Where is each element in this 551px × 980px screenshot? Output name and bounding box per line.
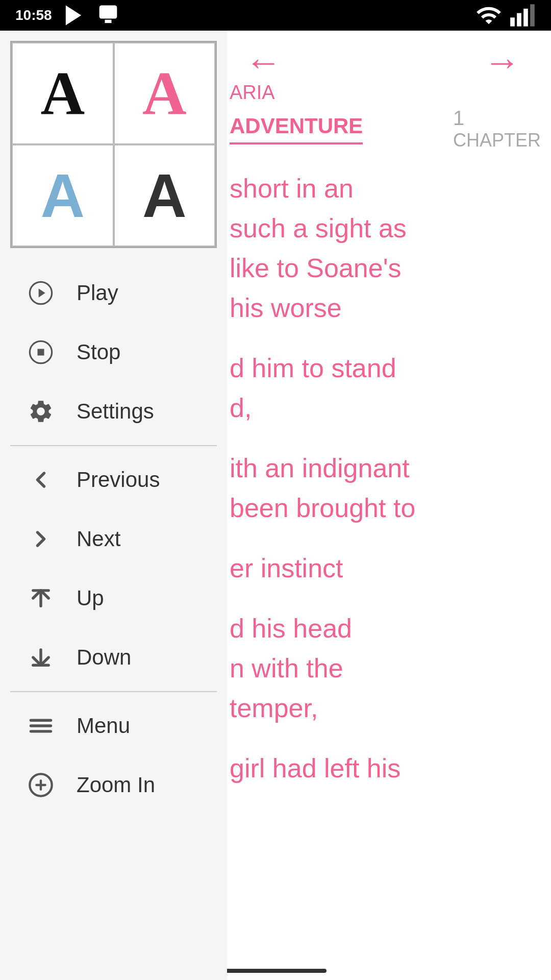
menu-item-down[interactable]: Down	[0, 628, 227, 687]
divider-2	[10, 691, 217, 692]
settings-icon	[26, 396, 56, 427]
stop-label: Stop	[77, 340, 120, 364]
menu-item-settings[interactable]: Settings	[0, 382, 227, 441]
font-letter-a-outline: A	[142, 160, 187, 231]
time: 10:58	[15, 7, 52, 23]
settings-label: Settings	[77, 399, 154, 424]
zoom-in-icon	[26, 770, 56, 800]
font-letter-a-blue: A	[40, 160, 85, 231]
status-bar-left: 10:58	[15, 2, 121, 29]
up-label: Up	[77, 586, 104, 610]
chapter-header: ARIA ADVENTURE 1 CHAPTER	[230, 82, 541, 151]
previous-label: Previous	[77, 468, 160, 492]
font-letter-a-pink: A	[142, 58, 187, 129]
zoom-in-label: Zoom In	[77, 773, 155, 797]
media-play-status-icon	[60, 2, 87, 29]
stop-icon	[26, 337, 56, 368]
menu-item-previous[interactable]: Previous	[0, 450, 227, 509]
drawer-panel: A A A A Play	[0, 31, 227, 980]
menu-item-next[interactable]: Next	[0, 509, 227, 569]
back-arrow-button[interactable]: ←	[245, 41, 282, 83]
forward-arrow-button[interactable]: →	[484, 41, 520, 83]
up-icon	[26, 583, 56, 614]
font-option-serif-black[interactable]: A	[12, 42, 114, 144]
next-label: Next	[77, 527, 120, 551]
menu-item-play[interactable]: Play	[0, 263, 227, 323]
down-label: Down	[77, 645, 131, 670]
font-option-serif-pink[interactable]: A	[114, 42, 216, 144]
chapter-label: CHAPTER	[453, 130, 541, 151]
signal-icon	[509, 2, 536, 29]
menu-label: Menu	[77, 714, 130, 738]
chapter-num: 1	[453, 107, 541, 130]
svg-marker-0	[65, 6, 81, 26]
font-letter-a-black: A	[40, 58, 85, 129]
previous-icon	[26, 464, 56, 495]
status-bar-right	[475, 2, 536, 29]
svg-rect-1	[99, 6, 117, 19]
chapter-part: ARIA	[230, 82, 541, 104]
hamburger-icon	[26, 710, 56, 741]
menu-item-stop[interactable]: Stop	[0, 323, 227, 382]
menu-item-up[interactable]: Up	[0, 569, 227, 628]
next-icon	[26, 524, 56, 554]
play-icon	[26, 278, 56, 308]
svg-rect-5	[523, 9, 528, 27]
svg-rect-4	[517, 13, 521, 27]
svg-rect-3	[510, 17, 515, 26]
chapter-adventure: ADVENTURE	[230, 114, 363, 144]
home-bar	[224, 969, 327, 973]
wifi-icon	[475, 2, 502, 29]
status-bar: 10:58	[0, 0, 551, 31]
top-nav: ← →	[214, 31, 551, 83]
svg-rect-6	[530, 4, 535, 26]
svg-marker-8	[39, 288, 45, 297]
menu-items-list: Play Stop Settings	[0, 258, 227, 980]
play-label: Play	[77, 281, 118, 305]
book-text: short in an such a sight as like to Soan…	[230, 168, 541, 788]
down-icon	[26, 642, 56, 673]
divider-1	[10, 445, 217, 446]
notification-icon	[95, 2, 121, 29]
svg-rect-10	[38, 349, 44, 356]
font-option-sans-outline[interactable]: A	[114, 144, 216, 247]
font-selector-grid: A A A A	[10, 41, 217, 248]
menu-item-zoom-in[interactable]: Zoom In	[0, 755, 227, 815]
menu-item-menu[interactable]: Menu	[0, 696, 227, 755]
font-option-sans-blue[interactable]: A	[12, 144, 114, 247]
svg-rect-2	[105, 20, 111, 23]
